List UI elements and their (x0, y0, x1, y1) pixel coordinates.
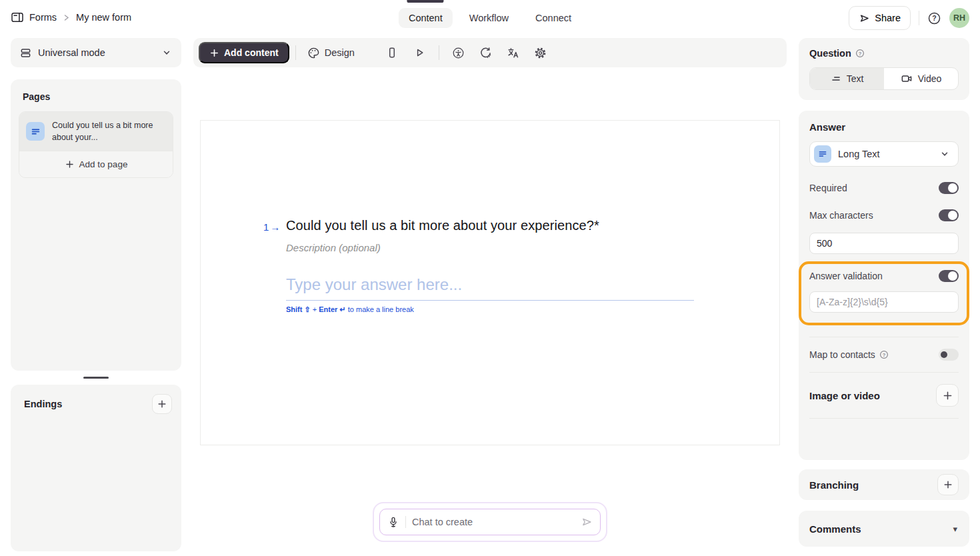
long-text-icon (814, 145, 831, 163)
question-title[interactable]: Could you tell us a bit more about your … (286, 218, 696, 233)
add-ending-button[interactable] (152, 394, 172, 414)
add-media-button[interactable] (936, 384, 959, 407)
max-characters-toggle[interactable] (939, 209, 959, 221)
answer-card-title: Answer (809, 121, 959, 133)
chevron-right-icon (62, 13, 71, 22)
plus-icon (65, 159, 75, 169)
comments-title: Comments (809, 523, 861, 535)
svg-text:?: ? (883, 352, 886, 358)
translate-icon[interactable] (503, 42, 524, 63)
map-help-icon[interactable]: ? (879, 350, 889, 359)
chat-to-create-bar (373, 502, 607, 542)
chat-input[interactable] (412, 517, 575, 527)
header-actions: Share ? RH (849, 6, 969, 30)
image-or-video-label: Image or video (809, 390, 880, 401)
add-branching-button[interactable] (937, 474, 959, 495)
svg-text:?: ? (932, 14, 936, 22)
mode-label: Universal mode (38, 47, 155, 58)
question-card-title: Question (809, 48, 851, 59)
breadcrumb-forms[interactable]: Forms (29, 12, 57, 23)
share-button[interactable]: Share (849, 6, 911, 30)
plus-icon (209, 48, 219, 58)
add-to-page-button[interactable]: Add to page (19, 151, 173, 177)
inspector-sidebar: Question ? Text Video Answer (799, 38, 969, 547)
answer-type-dropdown[interactable]: Long Text (809, 141, 959, 167)
forms-logo-icon (11, 11, 24, 24)
endings-panel: Endings (11, 385, 181, 551)
arrow-right-icon: → (270, 221, 280, 233)
branching-card: Branching (799, 469, 969, 500)
required-toggle[interactable] (939, 182, 959, 194)
max-characters-input[interactable] (809, 233, 959, 254)
segment-text[interactable]: Text (810, 68, 884, 89)
max-characters-label: Max characters (809, 210, 873, 221)
form-canvas: 1→ Could you tell us a bit more about yo… (200, 120, 780, 445)
chevron-down-icon[interactable]: ▾ (953, 524, 957, 534)
branching-title: Branching (809, 479, 859, 491)
breadcrumb-form-name[interactable]: My new form (76, 12, 131, 23)
plus-icon (157, 399, 167, 409)
palette-icon (307, 47, 320, 59)
settings-gear-icon[interactable] (530, 42, 551, 63)
validation-pattern-input[interactable] (809, 291, 959, 313)
answer-card: Answer Long Text Required Max characters… (799, 111, 969, 460)
design-button[interactable]: Design (302, 47, 360, 59)
question-card: Question ? Text Video (799, 38, 969, 100)
mode-selector[interactable]: Universal mode (11, 38, 181, 67)
toolbar-divider (439, 45, 439, 60)
avatar[interactable]: RH (949, 8, 969, 28)
map-to-contacts-toggle[interactable] (939, 349, 959, 361)
breadcrumb: Forms My new form (11, 11, 131, 24)
text-lines-icon (831, 73, 841, 84)
answer-validation-label: Answer validation (809, 271, 883, 281)
answer-placeholder[interactable]: Type your answer here... (286, 275, 696, 294)
preview-play-icon[interactable] (409, 42, 430, 63)
svg-text:?: ? (859, 51, 862, 57)
tab-connect[interactable]: Connect (525, 8, 581, 28)
toolbar-divider (295, 45, 296, 60)
panel-resize-handle[interactable] (83, 377, 109, 379)
divider (809, 337, 959, 337)
answer-validation-highlight: Answer validation (799, 261, 969, 325)
mobile-preview-icon[interactable] (381, 42, 403, 63)
add-content-button[interactable]: Add content (199, 42, 289, 63)
chat-input-container (379, 509, 601, 535)
chat-divider (405, 516, 406, 528)
canvas-toolbar: Add content Design (193, 38, 787, 67)
help-icon[interactable]: ? (927, 11, 941, 25)
tab-workflow[interactable]: Workflow (459, 8, 519, 28)
tab-content[interactable]: Content (399, 8, 453, 28)
question-type-segmented: Text Video (809, 67, 959, 90)
question-number: 1→ (263, 221, 280, 233)
segment-video[interactable]: Video (884, 68, 958, 89)
answer-underline (286, 300, 694, 301)
page-list-item[interactable]: Could you tell us a bit more about your.… (19, 112, 173, 151)
video-camera-icon (901, 73, 913, 85)
answer-validation-toggle[interactable] (939, 270, 959, 282)
microphone-icon[interactable] (387, 516, 399, 528)
page-group: Could you tell us a bit more about your.… (19, 111, 173, 178)
header-divider (919, 11, 919, 25)
page-item-label: Could you tell us a bit more about your.… (52, 119, 166, 143)
recall-loop-icon[interactable] (475, 42, 497, 63)
send-icon[interactable] (581, 516, 593, 528)
long-text-icon (26, 122, 45, 141)
pages-title: Pages (23, 91, 173, 102)
map-to-contacts-label: Map to contacts (809, 349, 875, 360)
left-sidebar: Universal mode Pages Could you tell us a… (11, 38, 181, 551)
endings-title: Endings (24, 399, 62, 409)
divider (809, 418, 959, 419)
line-break-hint: Shift ⇧ + Enter ↵ to make a line break (286, 305, 696, 314)
answer-type-label: Long Text (838, 149, 933, 159)
question-description-placeholder[interactable]: Description (optional) (286, 242, 696, 253)
accessibility-icon[interactable] (448, 42, 469, 63)
plus-icon (943, 479, 953, 490)
active-tab-indicator (407, 0, 444, 3)
chevron-down-icon (161, 47, 172, 58)
required-label: Required (809, 183, 847, 193)
share-icon (859, 13, 870, 24)
stacked-rows-icon (20, 47, 31, 59)
plus-icon (942, 390, 953, 401)
pages-panel: Pages Could you tell us a bit more about… (11, 79, 181, 371)
question-help-icon[interactable]: ? (855, 49, 865, 58)
